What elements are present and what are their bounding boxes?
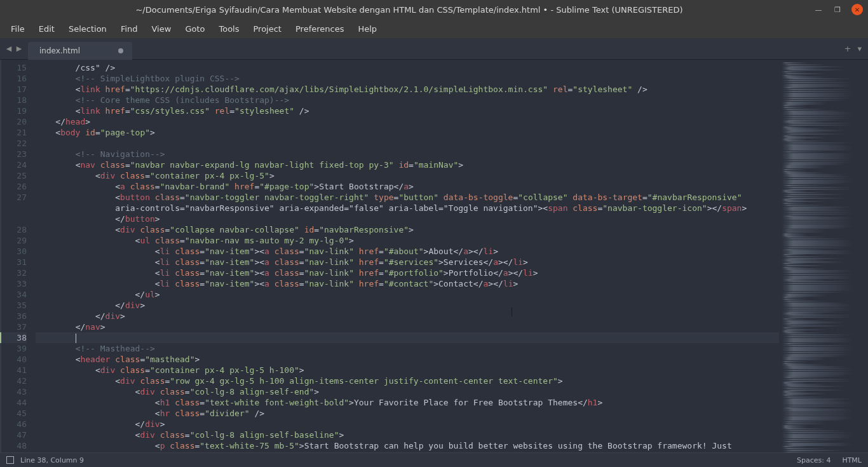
status-cursor-position[interactable]: Line 38, Column 9 — [20, 456, 84, 464]
tab-label: index.html — [39, 46, 80, 55]
code-line[interactable]: <button class="navbar-toggler navbar-tog… — [36, 192, 779, 203]
code-line[interactable]: <li class="nav-item"><a class="nav-link"… — [36, 267, 779, 278]
close-button[interactable]: ✕ — [851, 4, 863, 15]
menu-view[interactable]: View — [145, 21, 179, 37]
text-cursor-icon — [512, 308, 512, 316]
menu-project[interactable]: Project — [246, 21, 288, 37]
code-line[interactable]: <a class="navbar-brand" href="#page-top"… — [36, 181, 779, 192]
code-line[interactable]: <!-- Navigation--> — [36, 149, 779, 159]
code-line[interactable]: </div> — [36, 419, 779, 430]
code-line[interactable]: <div class="col-lg-8 align-self-baseline… — [36, 430, 779, 440]
status-syntax[interactable]: HTML — [842, 456, 862, 464]
new-tab-icon[interactable]: + — [844, 44, 851, 53]
code-line[interactable]: <li class="nav-item"><a class="nav-link"… — [36, 246, 779, 257]
menu-file[interactable]: File — [4, 21, 32, 37]
line-gutter[interactable]: 1516171819202122232425262728293031323334… — [0, 60, 36, 455]
code-line[interactable]: <li class="nav-item"><a class="nav-link"… — [36, 257, 779, 267]
code-line[interactable]: <!-- Core theme CSS (includes Bootstrap)… — [36, 95, 779, 105]
code-line[interactable]: </button> — [36, 213, 779, 224]
code-line[interactable]: <!-- SimpleLightbox plugin CSS--> — [36, 73, 779, 84]
code-area[interactable]: /css" /> <!-- SimpleLightbox plugin CSS-… — [36, 60, 779, 455]
menu-selection[interactable]: Selection — [62, 21, 114, 37]
maximize-button[interactable]: ❐ — [832, 4, 843, 15]
code-line[interactable]: <p class="text-white-75 mb-5">Start Boot… — [36, 440, 779, 451]
code-line[interactable]: <header class="masthead"> — [36, 354, 779, 365]
nav-back-icon[interactable]: ◀ — [4, 43, 14, 55]
status-indentation[interactable]: Spaces: 4 — [797, 456, 831, 464]
code-line[interactable]: </nav> — [36, 321, 779, 332]
code-line[interactable]: <div class="container px-4 px-lg-5"> — [36, 170, 779, 181]
minimap[interactable] — [779, 60, 868, 455]
tab-menu-icon[interactable]: ▾ — [857, 44, 862, 53]
code-line[interactable]: <div class="row gx-4 gx-lg-5 h-100 align… — [36, 376, 779, 386]
status-bar: Line 38, Column 9 Spaces: 4 HTML — [0, 452, 868, 467]
menu-preferences[interactable]: Preferences — [288, 21, 351, 37]
code-line[interactable]: </div> — [36, 300, 779, 311]
nav-forward-icon[interactable]: ▶ — [14, 43, 24, 55]
code-line[interactable]: <hr class="divider" /> — [36, 408, 779, 419]
minimize-button[interactable]: — — [813, 4, 824, 15]
code-line[interactable] — [36, 138, 779, 149]
code-line[interactable] — [36, 332, 779, 343]
tab-bar: ◀ ▶ index.html + ▾ — [0, 38, 868, 60]
editor-area[interactable]: 1516171819202122232425262728293031323334… — [0, 60, 868, 455]
code-line[interactable]: <div class="container px-4 px-lg-5 h-100… — [36, 365, 779, 376]
code-line[interactable]: /css" /> — [36, 62, 779, 73]
code-line[interactable]: <nav class="navbar navbar-expand-lg navb… — [36, 159, 779, 170]
panel-switch-icon[interactable] — [6, 456, 14, 464]
code-line[interactable]: </div> — [36, 311, 779, 321]
menu-find[interactable]: Find — [114, 21, 145, 37]
menu-goto[interactable]: Goto — [178, 21, 212, 37]
code-line[interactable]: </head> — [36, 116, 779, 127]
tab-dirty-icon — [118, 48, 123, 53]
tab-index-html[interactable]: index.html — [28, 42, 132, 60]
code-line[interactable]: <h1 class="text-white font-weight-bold">… — [36, 397, 779, 408]
code-line[interactable]: <!-- Masthead--> — [36, 343, 779, 354]
title-bar: ~/Documents/Eriga Syifaudin/Cara Membuat… — [0, 0, 868, 19]
code-line[interactable]: <link href="css/styles.css" rel="stylesh… — [36, 105, 779, 116]
window-controls: — ❐ ✕ — [813, 4, 863, 15]
code-line[interactable]: <div class="col-lg-8 align-self-end"> — [36, 386, 779, 397]
code-line[interactable]: <link href="https://cdnjs.cloudflare.com… — [36, 84, 779, 95]
code-line[interactable]: </ul> — [36, 289, 779, 300]
code-line[interactable]: <li class="nav-item"><a class="nav-link"… — [36, 278, 779, 289]
code-line[interactable]: <ul class="navbar-nav ms-auto my-2 my-lg… — [36, 235, 779, 246]
code-line[interactable]: <div class="collapse navbar-collapse" id… — [36, 224, 779, 235]
menu-edit[interactable]: Edit — [32, 21, 62, 37]
code-line[interactable]: aria-controls="navbarResponsive" aria-ex… — [36, 203, 779, 213]
window-title: ~/Documents/Eriga Syifaudin/Cara Membuat… — [5, 5, 813, 15]
menu-bar: File Edit Selection Find View Goto Tools… — [0, 19, 868, 38]
code-line[interactable]: <body id="page-top"> — [36, 127, 779, 138]
menu-help[interactable]: Help — [351, 21, 384, 37]
menu-tools[interactable]: Tools — [212, 21, 246, 37]
